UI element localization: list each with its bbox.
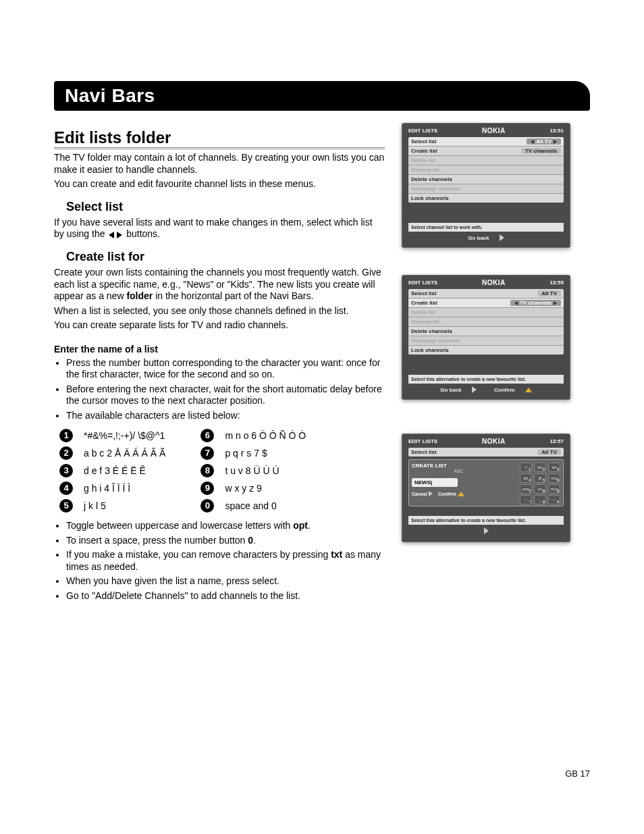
bullet-txt: If you make a mistake, you can remove ch… [66, 549, 385, 573]
screenshot-select-list: EDIT LISTS NOKIA 13:51 Select listAll TV… [402, 123, 570, 248]
enter-name-bullets: Press the number button corresponding to… [66, 357, 385, 422]
key-3-icon: 3 [59, 464, 73, 477]
panel2-hint: Select this alternative to create a new … [408, 375, 564, 384]
nokia-logo: NOKIA [482, 438, 506, 445]
screenshot-name-entry: EDIT LISTS NOKIA 13:57 Select list All T… [402, 434, 570, 542]
right-arrow-icon[interactable] [554, 301, 557, 305]
key-8-icon: 8 [200, 464, 214, 477]
right-triangle-icon [429, 491, 433, 496]
panel2-go-back[interactable]: Go back [436, 386, 481, 393]
panel2-confirm[interactable]: Confirm [490, 387, 536, 393]
left-arrow-icon [107, 229, 114, 241]
menu-row[interactable]: Create listTV channels [408, 298, 564, 308]
up-triangle-icon [525, 388, 532, 392]
key-4-icon: 4 [59, 481, 73, 495]
intro-paragraph-1: The TV folder may contain a lot of chann… [54, 152, 385, 176]
nokia-logo: NOKIA [482, 127, 506, 134]
menu-row[interactable]: Delete channels [408, 327, 564, 336]
onscreen-keypad: ./!1abc2def3ghi4jkl5mno6pqrs7tuv8wxyz9—*… [520, 463, 560, 506]
panel2-time: 13:55 [550, 280, 564, 286]
bullet-opt: Toggle between uppercase and lowercase l… [66, 520, 385, 532]
keypad-key[interactable]: abc2 [534, 463, 546, 472]
keypad-key[interactable]: tuv8 [534, 484, 546, 494]
bullet-enter-2: Before entering the next character, wait… [66, 384, 385, 407]
menu-row: Rename list [408, 165, 564, 175]
post-keymap-bullets: Toggle between uppercase and lowercase l… [66, 520, 385, 602]
bullet-select: When you have given the list a name, pre… [66, 575, 385, 588]
panel1-title: EDIT LISTS [408, 128, 437, 134]
key-7-chars: p q r s 7 $ [219, 444, 311, 462]
menu-row[interactable]: Select listAll TV [408, 137, 564, 147]
panel3-time: 13:57 [550, 438, 564, 444]
menu-row: Rearrange channels [408, 336, 564, 346]
menu-row[interactable]: Lock channels [408, 194, 564, 203]
svg-marker-0 [109, 232, 114, 238]
panel2-title: EDIT LISTS [408, 280, 437, 286]
key-1-chars: *#&%=,!;-+)/ \$@^1 [78, 427, 171, 444]
keypad-key[interactable]: _0 [534, 495, 546, 504]
section-heading: Edit lists folder [54, 128, 385, 149]
key-2-chars: a b c 2 Å Ä Á Á Â Ã [78, 444, 171, 462]
keypad-key[interactable]: ./!1 [520, 463, 532, 472]
screenshot-create-list: EDIT LISTS NOKIA 13:55 Select listAll TV… [402, 275, 570, 400]
heading-create-list: Create list for [66, 250, 385, 264]
character-keymap-table: 1 *#&%=,!;-+)/ \$@^1 6 m n o 6 Ö Ô Ñ Ó Ò… [54, 427, 311, 515]
menu-row: Rearrange channels [408, 184, 564, 194]
menu-row[interactable]: Delete channels [408, 175, 564, 184]
text-mode-indicator: ABC [454, 469, 463, 473]
panel3-hint: Select this alternative to create a new … [408, 516, 564, 525]
panel1-time: 13:51 [550, 128, 564, 134]
bullet-add-delete: Go to "Add/Delete Channels" to add chann… [66, 590, 385, 602]
title-bar: Navi Bars [54, 81, 590, 111]
left-arrow-icon[interactable] [514, 301, 518, 305]
right-triangle-icon [484, 527, 489, 534]
key-9-icon: 9 [200, 481, 214, 495]
panel1-go-back[interactable]: Go back [464, 234, 508, 241]
up-triangle-icon [458, 492, 464, 496]
right-triangle-icon [472, 386, 477, 393]
menu-row: Delete list [408, 308, 564, 317]
keypad-key[interactable]: ghi4 [520, 473, 532, 483]
keypad-key[interactable]: pqrs7 [520, 484, 532, 494]
keypad-key[interactable]: —* [520, 495, 532, 504]
right-arrow-icon[interactable] [554, 140, 557, 144]
cancel-button[interactable]: Cancel [412, 491, 433, 496]
key-0-chars: space and 0 [219, 497, 311, 515]
key-5-chars: j k l 5 [78, 497, 171, 515]
page-number: GB 17 [565, 768, 590, 779]
menu-row[interactable]: Create listTV channels [408, 147, 564, 156]
key-2-icon: 2 [59, 446, 73, 460]
svg-marker-1 [117, 232, 122, 238]
menu-row: Delete list [408, 156, 564, 165]
bullet-enter-1: Press the number button corresponding to… [66, 357, 385, 381]
left-arrow-icon[interactable] [531, 140, 534, 144]
key-7-icon: 7 [200, 446, 214, 460]
heading-select-list: Select list [66, 200, 385, 214]
nokia-logo: NOKIA [482, 279, 506, 286]
panel1-hint: Select channel list to work with. [408, 223, 564, 232]
keypad-key[interactable]: jkl5 [534, 473, 546, 483]
key-9-chars: w x y z 9 [219, 479, 311, 497]
key-6-icon: 6 [200, 429, 214, 442]
keypad-key[interactable]: def3 [548, 463, 560, 472]
key-3-chars: d e f 3 É É Ë Ê [78, 462, 171, 479]
bullet-enter-3: The available characters are listed belo… [66, 410, 385, 422]
key-1-icon: 1 [59, 429, 73, 442]
keypad-key[interactable]: —# [548, 495, 560, 504]
menu-row[interactable]: Select listAll TV [408, 289, 564, 298]
menu-row[interactable]: Lock channels [408, 346, 564, 355]
confirm-button[interactable]: Confirm [438, 492, 464, 496]
paragraph-create-1: Create your own lists containing the cha… [54, 267, 385, 303]
key-0-icon: 0 [200, 499, 214, 513]
keypad-key[interactable]: wxyz9 [548, 484, 560, 494]
panel3-row-select[interactable]: Select list All TV [408, 448, 564, 457]
menu-row: Rename list [408, 317, 564, 327]
paragraph-create-3: You can create separate lists for TV and… [54, 319, 385, 332]
keypad-key[interactable]: mno6 [548, 473, 560, 483]
paragraph-select-list: If you have several lists and want to ma… [54, 217, 385, 241]
key-6-chars: m n o 6 Ö Ô Ñ Ó Ò [219, 427, 311, 444]
panel3-title: EDIT LISTS [408, 438, 437, 444]
bullet-zero: To insert a space, press the number butt… [66, 535, 385, 547]
list-name-input[interactable]: NEWS| [412, 478, 458, 487]
key-5-icon: 5 [59, 499, 73, 513]
